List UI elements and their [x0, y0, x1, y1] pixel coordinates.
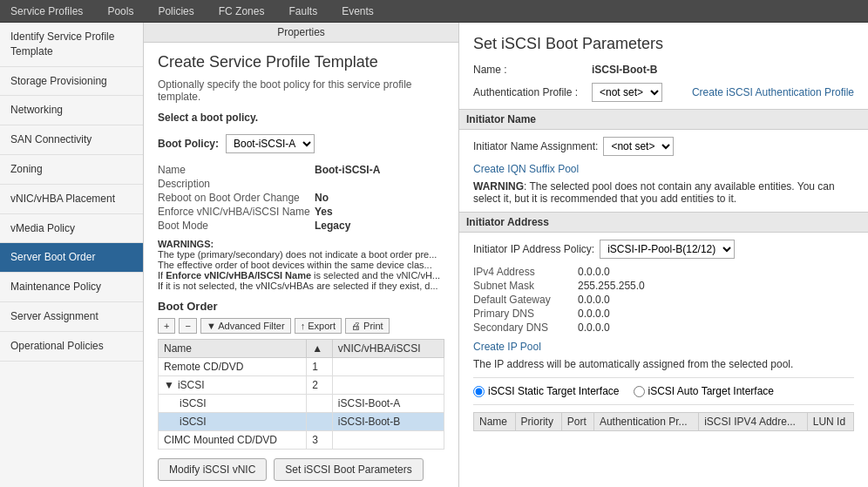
radio-auto[interactable]: iSCSI Auto Target Interface: [634, 385, 775, 397]
gateway-label: Default Gateway: [473, 294, 578, 306]
warnings-line2: The effective order of boot devices with…: [158, 260, 444, 270]
sidebar-item-vnic[interactable]: vNIC/vHBA Placement: [0, 185, 143, 214]
primary-dns-label: Primary DNS: [473, 308, 578, 320]
col-vnic: vNIC/vHBA/iSCSI: [332, 340, 444, 358]
boot-policy-row: Select a boot policy.: [158, 112, 444, 124]
sidebar-item-vmedia[interactable]: vMedia Policy: [0, 214, 143, 244]
name-value: iSCSI-Boot-B: [592, 64, 657, 76]
radio-static-input[interactable]: [473, 386, 485, 397]
set-iscsi-button[interactable]: Set iSCSI Boot Parameters: [274, 458, 423, 481]
info-bootmode-label: Boot Mode: [158, 220, 315, 232]
warnings-line4: If it is not selected, the vNICs/vHBAs a…: [158, 281, 444, 291]
remove-button[interactable]: −: [179, 318, 196, 334]
info-enforce-value: Yes: [315, 206, 333, 218]
row-vnic: [332, 376, 444, 395]
table-row[interactable]: ▼iSCSI 2: [159, 376, 444, 395]
sidebar-item-maintenance[interactable]: Maintenance Policy: [0, 273, 143, 302]
radio-static-label: iSCSI Static Target Interface: [488, 385, 620, 397]
ipv4-label: IPv4 Address: [473, 266, 578, 278]
table-row[interactable]: iSCSI iSCSI-Boot-A: [159, 395, 444, 413]
col-order: ▲: [307, 340, 333, 358]
boot-order-title: Boot Order: [158, 300, 444, 313]
nav-service-profiles[interactable]: Service Profiles: [7, 5, 86, 17]
action-buttons: Modify iSCSI vNIC Set iSCSI Boot Paramet…: [158, 458, 444, 481]
advanced-filter-button[interactable]: ▼ Advanced Filter: [200, 318, 291, 334]
modify-iscsi-button[interactable]: Modify iSCSI vNIC: [158, 458, 267, 481]
table-row[interactable]: Remote CD/DVD 1: [159, 358, 444, 376]
row-order: 2: [307, 376, 333, 395]
right-panel: Set iSCSI Boot Parameters Name : iSCSI-B…: [458, 23, 868, 487]
table-row[interactable]: CIMC Mounted CD/DVD 3: [159, 431, 444, 450]
col-name: Name: [159, 340, 307, 358]
subtitle: Optionally specify the boot policy for t…: [158, 78, 444, 103]
radio-static[interactable]: iSCSI Static Target Interface: [473, 385, 620, 397]
sidebar-item-zoning[interactable]: Zoning: [0, 155, 143, 185]
initiator-ip-select[interactable]: iSCSI-IP-Pool-B(12/12): [600, 240, 735, 259]
export-button[interactable]: ↑ Export: [295, 318, 342, 334]
radio-auto-label: iSCSI Auto Target Interface: [648, 385, 775, 397]
row-order: 3: [307, 431, 333, 450]
target-col-lun: LUN Id: [807, 413, 853, 431]
sidebar-item-operational[interactable]: Operational Policies: [0, 332, 143, 362]
initiator-name-label: Initiator Name Assignment:: [473, 140, 598, 152]
create-auth-profile-link[interactable]: Create iSCSI Authentication Profile: [692, 86, 854, 98]
nav-policies[interactable]: Policies: [154, 5, 197, 17]
radio-auto-input[interactable]: [634, 386, 645, 397]
boot-policy-field-label: Boot Policy:: [158, 138, 219, 150]
sidebar-item-identify[interactable]: Identify Service Profile Template: [0, 23, 143, 67]
sidebar-item-networking[interactable]: Networking: [0, 96, 143, 125]
warnings-line3: If Enforce vNIC/vHBA/ISCSI Name is selec…: [158, 270, 444, 281]
row-vnic: iSCSI-Boot-A: [332, 395, 444, 413]
row-vnic: [332, 358, 444, 376]
initiator-ip-label: Initiator IP Address Policy:: [473, 243, 594, 255]
print-button[interactable]: 🖨 Print: [345, 318, 390, 334]
warnings-block: WARNINGS: The type (primary/secondary) d…: [158, 239, 444, 291]
row-vnic: [332, 431, 444, 450]
create-iqn-link[interactable]: Create IQN Suffix Pool: [473, 163, 854, 175]
initiator-name-select[interactable]: <not set>: [603, 137, 674, 156]
row-order: [307, 395, 333, 413]
subnet-value: 255.255.255.0: [578, 280, 645, 292]
create-ip-pool-link[interactable]: Create IP Pool: [473, 341, 854, 353]
boot-policy-select-row: Boot Policy: Boot-iSCSI-A: [158, 134, 444, 153]
sidebar-item-boot[interactable]: Server Boot Order: [0, 243, 143, 273]
nav-pools[interactable]: Pools: [104, 5, 137, 17]
auth-profile-select[interactable]: <not set>: [592, 83, 662, 102]
row-order: [307, 413, 333, 431]
boot-order-toolbar: + − ▼ Advanced Filter ↑ Export 🖨 Print: [158, 318, 444, 334]
row-name: CIMC Mounted CD/DVD: [159, 431, 307, 450]
target-col-port: Port: [561, 413, 593, 431]
info-enforce-label: Enforce vNIC/vHBA/iSCSI Name: [158, 206, 315, 218]
ip-note: The IP address will be automatically ass…: [473, 358, 854, 370]
boot-policy-dropdown[interactable]: Boot-iSCSI-A: [226, 134, 315, 153]
subnet-label: Subnet Mask: [473, 280, 578, 292]
add-button[interactable]: +: [158, 318, 175, 334]
boot-info-table: NameBoot-iSCSI-A Description Reboot on B…: [158, 164, 444, 232]
name-label: Name :: [473, 64, 587, 76]
initiator-name-section: Initiator Name: [459, 109, 868, 130]
table-row-selected[interactable]: iSCSI iSCSI-Boot-B: [159, 413, 444, 431]
info-name-value: Boot-iSCSI-A: [315, 164, 380, 176]
address-info: IPv4 Address0.0.0.0 Subnet Mask255.255.2…: [473, 266, 854, 334]
info-reboot-value: No: [315, 192, 329, 204]
target-col-ipv4: iSCSI IPV4 Addre...: [699, 413, 808, 431]
nav-faults[interactable]: Faults: [285, 5, 321, 17]
boot-order-table: Name ▲ vNIC/vHBA/iSCSI Remote CD/DVD 1 ▼…: [158, 339, 444, 450]
ipv4-value: 0.0.0.0: [578, 266, 610, 278]
sidebar-item-assignment[interactable]: Server Assignment: [0, 302, 143, 332]
sidebar-item-san[interactable]: SAN Connectivity: [0, 125, 143, 155]
nav-events[interactable]: Events: [338, 5, 377, 17]
info-bootmode-value: Legacy: [315, 220, 350, 232]
radio-row: iSCSI Static Target Interface iSCSI Auto…: [473, 377, 854, 405]
warnings-title: WARNINGS:: [158, 239, 214, 249]
row-vnic: iSCSI-Boot-B: [332, 413, 444, 431]
target-col-auth: Authentication Pr...: [593, 413, 698, 431]
content-area: Properties Create Service Profile Templa…: [144, 23, 458, 487]
top-navigation: Service Profiles Pools Policies FC Zones…: [0, 0, 868, 23]
row-name: ▼iSCSI: [159, 376, 307, 395]
nav-fc-zones[interactable]: FC Zones: [215, 5, 268, 17]
sidebar-item-storage[interactable]: Storage Provisioning: [0, 67, 143, 97]
warning-bold: WARNING: [473, 180, 524, 193]
initiator-name-row: Initiator Name Assignment: <not set>: [473, 137, 854, 156]
properties-header: Properties: [144, 23, 458, 43]
